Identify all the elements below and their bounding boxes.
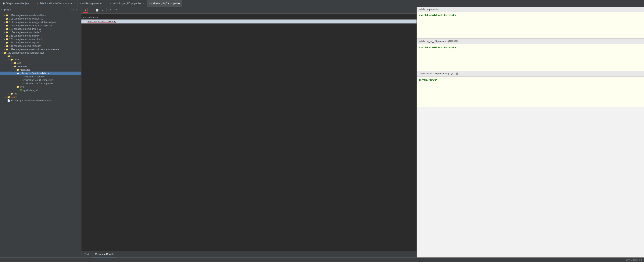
item-label: 111-springboot-demo-swagger-v2-bootstrap… bbox=[9, 21, 56, 23]
folder-icon: 📁 bbox=[10, 58, 13, 61]
item-label: test bbox=[14, 92, 18, 95]
minimize-icon[interactable]: − bbox=[78, 8, 80, 11]
tab-resource-bundle[interactable]: Resource Bundle bbox=[92, 251, 117, 258]
sidebar-item-validation-props[interactable]: ≡ validation.properties bbox=[0, 75, 81, 78]
status-bar: CSDN编程径先生 bbox=[0, 258, 644, 262]
right-section-content-zh[interactable]: 用户ID不能为空 bbox=[417, 77, 644, 92]
folder-icon: 📁 bbox=[13, 62, 16, 64]
collapse-icon[interactable]: ⇅ bbox=[73, 8, 74, 11]
sort-icon: ↕ bbox=[91, 9, 92, 11]
sidebar-item-application-yml[interactable]: 🌿 application.yml bbox=[0, 89, 81, 92]
sidebar-item-113-knife4j-v2[interactable]: 📁 113-springboot-demo-knife4j-v2 bbox=[0, 27, 81, 31]
settings-button[interactable]: ⚙ bbox=[108, 8, 113, 12]
tree-arrow bbox=[3, 35, 6, 37]
sidebar-item-validation-zh-props[interactable]: ≡ validation_zh_CN.properties bbox=[0, 82, 81, 85]
section-title: validation_en_US.properties (英语/美国) bbox=[419, 40, 459, 43]
item-label: 143-springboot-demo-validation-i18n bbox=[8, 51, 44, 54]
tab-validation-en-props[interactable]: ≡ validation_en_US.properties × bbox=[108, 0, 147, 7]
tree-arrow bbox=[14, 69, 16, 71]
item-label: 121-springboot-demo-lombok bbox=[9, 34, 39, 37]
item-label: 102-springboot-demo-helloworld-mvc bbox=[9, 14, 47, 17]
tree-arrow bbox=[4, 55, 7, 57]
add-icon: + bbox=[85, 9, 86, 12]
folder-icon: 📁 bbox=[6, 48, 8, 51]
sidebar-item-wiki[interactable]: 📁 wiki bbox=[0, 85, 81, 89]
tab-telephone-validator-java[interactable]: C TelephoneNumberValidator.java × bbox=[35, 0, 78, 7]
tab-close-btn[interactable]: × bbox=[143, 2, 144, 4]
props-file-icon: ≡ bbox=[80, 2, 81, 4]
sidebar-item-resources[interactable]: 📁 resources bbox=[0, 65, 81, 68]
item-label: resources bbox=[17, 65, 27, 68]
folder-icon: 📁 bbox=[16, 68, 19, 71]
tab-validation-props[interactable]: ≡ validation.properties × bbox=[78, 0, 108, 7]
sidebar-item-131-logback[interactable]: 📁 131-springboot-demo-logback bbox=[0, 41, 81, 44]
right-section-padding bbox=[417, 92, 644, 107]
sidebar-tree: 📁 102-springboot-demo-helloworld-mvc 📁 1… bbox=[0, 13, 81, 258]
item-label: src bbox=[11, 55, 14, 57]
sidebar-item-111-swagger-openapi[interactable]: 📁 111-springboot-demo-swagger-v3-openapi bbox=[0, 24, 81, 27]
add-key-button[interactable]: + bbox=[83, 8, 88, 13]
item-label: messages bbox=[20, 68, 30, 71]
item-label: 111-springboot-demo-swagger-v3-openapi bbox=[9, 24, 52, 27]
sidebar-item-102[interactable]: 📁 102-springboot-demo-helloworld-mvc bbox=[0, 14, 81, 17]
tree-arrow-102 bbox=[3, 14, 6, 16]
tab-label: validation.properties bbox=[82, 2, 102, 5]
zh-value: 用户ID不能为空 bbox=[419, 79, 437, 82]
right-section-header-validation: validation.properties bbox=[417, 7, 644, 12]
tree-arrow bbox=[3, 48, 6, 50]
sidebar-item-141-validation[interactable]: 📁 141-springboot-demo-validation bbox=[0, 44, 81, 48]
tab-telephone-java[interactable]: ☕ TelephoneNumber.java × bbox=[0, 0, 35, 7]
item-label: validation.properties bbox=[24, 75, 45, 78]
sidebar-item-113-knife4j-v3[interactable]: 📁 113-springboot-demo-knife4j-v3 bbox=[0, 31, 81, 34]
sidebar-title: Project bbox=[4, 8, 11, 11]
help-button[interactable]: ? bbox=[114, 8, 118, 12]
sidebar-item-messages[interactable]: 📁 messages bbox=[0, 68, 81, 72]
folder-icon: 📁 bbox=[4, 51, 7, 54]
tree-arrow bbox=[3, 21, 6, 23]
java-file-icon: ☕ bbox=[2, 2, 5, 4]
dropdown-button[interactable]: ▾ bbox=[100, 8, 105, 12]
tab-validation-zh-props[interactable]: ≡ validation_zh_CN.properties bbox=[147, 0, 182, 7]
folder-icon: 📁 bbox=[6, 14, 8, 17]
item-label: 113-springboot-demo-knife4j-v2 bbox=[9, 28, 41, 30]
tab-label: TelephoneNumber.java bbox=[6, 2, 29, 5]
sidebar-item-main[interactable]: 📁 main bbox=[0, 58, 81, 61]
layout-icon[interactable]: ⚙ bbox=[76, 8, 78, 11]
props-file-icon: ≡ bbox=[149, 2, 150, 4]
tab-close-btn[interactable]: × bbox=[31, 2, 32, 4]
folder-icon: 📁 bbox=[7, 96, 10, 98]
tab-close-btn[interactable]: × bbox=[74, 2, 75, 4]
sidebar-item-test[interactable]: 📁 test bbox=[0, 92, 81, 95]
item-label: 122-springboot-demo-mapstruct bbox=[9, 38, 42, 40]
sidebar-item-target[interactable]: 📁 target bbox=[0, 95, 81, 99]
sort-button[interactable]: ↕ bbox=[89, 8, 94, 12]
props-file-icon: ≡ bbox=[110, 2, 111, 4]
sidebar-item-111-swagger[interactable]: 📁 111-springboot-demo-swagger-v2 bbox=[0, 17, 81, 20]
tab-text[interactable]: Text bbox=[82, 251, 92, 258]
folder-icon: 📁 bbox=[6, 45, 8, 47]
bundle-key-row[interactable]: user.msg.userId.notEmpty bbox=[82, 19, 416, 23]
sidebar-item-142-validation-exception[interactable]: 📁 142-springboot-demo-validation-excepti… bbox=[0, 48, 81, 51]
sidebar-item-src[interactable]: 📁 src bbox=[0, 54, 81, 58]
folder-icon: 📁 bbox=[6, 41, 8, 44]
sidebar: ▸ Project ⊕ ⇅ ⚙ − 📁 102-springboot-demo-… bbox=[0, 7, 82, 258]
sidebar-item-validation-en-props[interactable]: ≡ validation_en_US.properties bbox=[0, 78, 81, 82]
copy-button[interactable]: ⬜ bbox=[95, 8, 99, 12]
sidebar-item-121-lombok[interactable]: 📁 121-springboot-demo-lombok bbox=[0, 34, 81, 37]
sidebar-item-resource-bundle[interactable]: ▾ ≡ Resource Bundle 'validation' bbox=[0, 72, 81, 75]
tab-label: validation_zh_CN.properties bbox=[151, 2, 180, 5]
sidebar-item-111-swagger-bootstrap[interactable]: 📁 111-springboot-demo-swagger-v2-bootstr… bbox=[0, 20, 81, 24]
right-section-content-validation[interactable]: userId could not be empty bbox=[417, 12, 644, 27]
main-layout: ▸ Project ⊕ ⇅ ⚙ − 📁 102-springboot-demo-… bbox=[0, 7, 644, 258]
right-section-content-en[interactable]: UserId could not be empty bbox=[417, 44, 644, 59]
add-module-icon[interactable]: ⊕ bbox=[70, 8, 72, 11]
item-label: validation_en_US.properties bbox=[24, 79, 53, 81]
sidebar-item-143-validation-i18n[interactable]: 📁 143-springboot-demo-validation-i18n bbox=[0, 51, 81, 54]
sidebar-item-143-iml[interactable]: 📄 143-springboot-demo-validation-i18n.im… bbox=[0, 99, 81, 102]
tab-close-btn[interactable]: × bbox=[104, 2, 106, 4]
sidebar-item-java[interactable]: 📁 java bbox=[0, 61, 81, 65]
sidebar-item-122-mapstruct[interactable]: 📁 122-springboot-demo-mapstruct bbox=[0, 37, 81, 41]
bundle-group-validation: ▾ ≡ validation bbox=[82, 15, 416, 19]
bundle-key-label: user.msg.userId.notEmpty bbox=[88, 20, 116, 23]
folder-icon: 📁 bbox=[6, 31, 8, 34]
